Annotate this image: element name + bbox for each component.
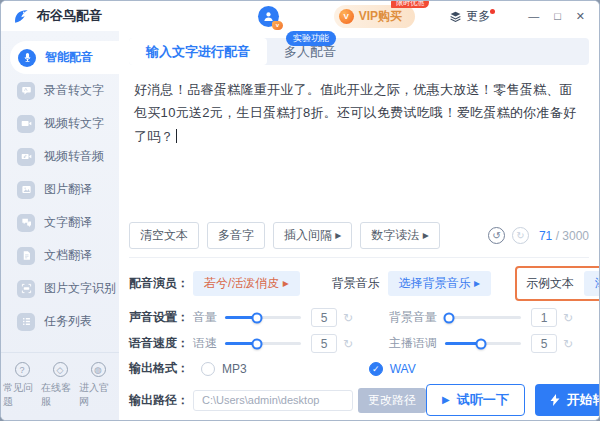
sidebar-footer: ? 常见问题 ◇ 在线客服 ◍ 进入官网 [1,352,119,420]
editor-text: 好消息！品睿蛋糕隆重开业了。值此开业之际，优惠大放送！零售蛋糕、面包买10元送2… [134,82,576,144]
volume-reset-icon[interactable]: ↻ [343,311,353,325]
video-camera-icon [17,115,35,133]
more-menu-button[interactable]: 更多 [449,8,495,25]
text-input-area[interactable]: 好消息！品睿蛋糕隆重开业了。值此开业之际，优惠大放送！零售蛋糕、面包买10元送2… [129,70,589,222]
output-path-input[interactable] [193,390,353,411]
sidebar-item-label: 录音转文字 [44,82,104,99]
sidebar-item-text-translate[interactable]: 文字翻译 [1,206,119,239]
speed-slider-handle[interactable] [251,338,262,349]
sidebar-item-smart-dubbing[interactable]: 智能配音 [10,41,119,74]
pitch-reset-icon[interactable]: ↻ [563,337,573,351]
tab-bar: 输入文字进行配音 多人配音 实验功能 [129,38,589,65]
output-format-label: 输出格式： [129,360,193,377]
wav-radio[interactable]: ✓ [369,362,383,376]
avatar-vip-badge-icon: v [272,21,283,30]
vip-buy-label: VIP购买 [359,8,402,25]
tab-text-dubbing[interactable]: 输入文字进行配音 [129,38,267,65]
speed-slider[interactable] [225,342,301,345]
pitch-value[interactable]: 5 [531,334,557,353]
bg-volume-slider-handle[interactable] [443,312,454,323]
video-audio-icon [17,148,35,166]
sidebar-item-video-to-audio[interactable]: 视频转音频 [1,140,119,173]
char-counter: 71 / 3000 [539,229,589,243]
speed-label: 语速 [193,335,217,352]
convert-label: 开始转换 [567,391,600,409]
mp3-radio[interactable] [201,362,215,376]
polyphonic-button[interactable]: 多音字 [207,222,265,249]
globe-icon: ◍ [91,362,106,377]
divider [129,257,589,258]
text-cursor [176,129,177,143]
main-panel: 输入文字进行配音 多人配音 实验功能 好消息！品睿蛋糕隆重开业了。值此开业之际，… [119,31,599,420]
volume-value[interactable]: 5 [311,308,337,327]
faq-button[interactable]: ? 常见问题 [3,362,41,409]
sidebar-item-video-to-text[interactable]: 视频转文字 [1,107,119,140]
speech-bubble-icon [17,82,35,100]
sidebar-item-label: 图片文字识别 [44,280,116,297]
more-label: 更多 [466,8,490,25]
vip-crown-icon: V [339,9,354,24]
sidebar-item-task-list[interactable]: 任务列表 [1,305,119,338]
lightning-icon [550,394,560,406]
bgm-selector[interactable]: 选择背景音乐 ▸ [388,271,491,296]
sidebar-item-audio-to-text[interactable]: 录音转文字 [1,74,119,107]
sidebar-item-label: 图片翻译 [44,181,92,198]
add-sample-text-button[interactable]: 添加示例文本 ▸ [584,271,600,296]
preview-button[interactable]: ▶ 试听一下 [426,384,525,416]
clear-text-button[interactable]: 清空文本 [129,222,199,249]
experimental-feature-badge: 实验功能 [286,31,336,46]
close-button[interactable]: ✕ [576,10,585,23]
change-path-button[interactable]: 更改路径 [358,388,426,413]
output-format-row: 输出格式： MP3 ✓ WAV [129,360,589,377]
output-path-label: 输出路径： [129,392,193,409]
sidebar-item-image-ocr[interactable]: 图片文字识别 [1,272,119,305]
sidebar-item-label: 文档翻译 [44,247,92,264]
sidebar: 智能配音 录音转文字 视频转文字 视频转音频 [1,31,119,420]
wav-label[interactable]: WAV [390,362,416,376]
translate-bubbles-icon [17,214,35,232]
volume-slider-handle[interactable] [251,312,262,323]
number-reading-button[interactable]: 数字读法 ▸ [360,222,439,249]
sidebar-item-doc-translate[interactable]: 文档翻译 [1,239,119,272]
pitch-slider[interactable] [445,342,521,345]
window-controls: — □ ✕ [513,10,585,23]
notification-dot [490,9,495,14]
bg-volume-reset-icon[interactable]: ↻ [563,311,573,325]
char-count: 71 [539,229,552,243]
sample-text-highlight-box: 示例文本 添加示例文本 ▸ [515,266,600,301]
sound-settings-row: 声音设置： 音量 5 ↻ 背景音量 1 ↻ [129,308,589,327]
chat-icon: ◇ [53,362,68,377]
minimize-button[interactable]: — [528,10,539,22]
volume-slider[interactable] [225,316,301,319]
maximize-button[interactable]: □ [554,10,561,22]
speed-value[interactable]: 5 [311,334,337,353]
bg-volume-slider[interactable] [445,316,521,319]
sidebar-item-label: 智能配音 [45,49,93,66]
speed-settings-row: 语音速度： 语速 5 ↻ 主播语调 5 ↻ [129,334,589,353]
vip-promo-ribbon: 限时优惠 [391,0,429,8]
voice-actor-label: 配音演员： [129,275,193,292]
pitch-slider-handle[interactable] [475,338,486,349]
online-support-label: 在线客服 [41,381,79,409]
pitch-label: 主播语调 [389,335,437,352]
start-convert-button[interactable]: 开始转换 [535,384,600,416]
document-icon [17,247,35,265]
undo-icon[interactable]: ↺ [488,227,505,244]
speed-reset-icon[interactable]: ↻ [343,337,353,351]
bg-volume-value[interactable]: 1 [531,308,557,327]
redo-icon[interactable]: ↻ [512,227,529,244]
mp3-label[interactable]: MP3 [222,362,247,376]
sample-text-label: 示例文本 [526,275,574,292]
sidebar-item-image-translate[interactable]: 图片翻译 [1,173,119,206]
action-buttons: ▶ 试听一下 开始转换 [426,384,600,416]
sidebar-item-label: 文字翻译 [44,214,92,231]
official-site-button[interactable]: ◍ 进入官网 [79,362,117,409]
user-avatar[interactable]: v [258,6,279,27]
voice-actor-selector[interactable]: 若兮/活泼俏皮 ▸ [193,271,300,296]
online-support-button[interactable]: ◇ 在线客服 [41,362,79,409]
bg-volume-label: 背景音量 [389,309,437,326]
speech-speed-label: 语音速度： [129,335,193,352]
insert-pause-button[interactable]: 插入间隔 ▸ [273,222,352,249]
list-icon [17,313,35,331]
vip-buy-button[interactable]: V VIP购买 限时优惠 [334,5,415,28]
